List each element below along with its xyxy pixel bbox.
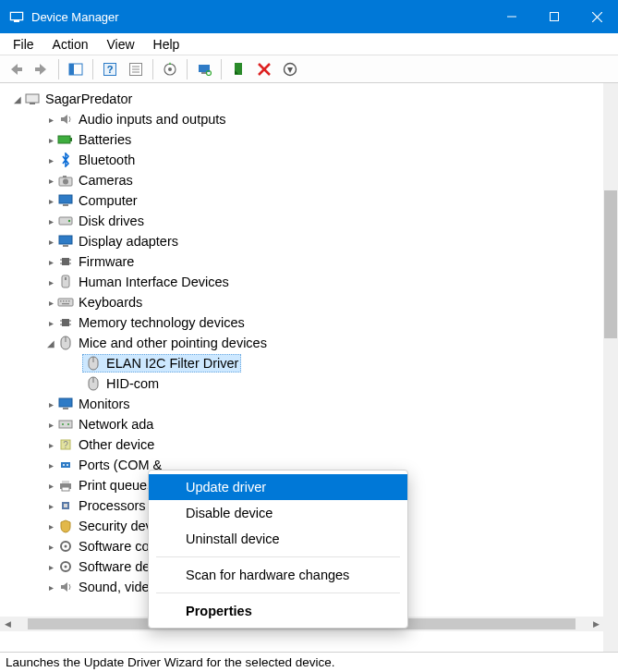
monitor-icon [57, 396, 74, 412]
chevron-right-icon[interactable]: ▸ [44, 420, 57, 430]
tree-item-audio-inputs-and-outputs[interactable]: ▸Audio inputs and outputs [6, 109, 618, 129]
tree-item-computer[interactable]: ▸Computer [6, 190, 618, 211]
svg-rect-8 [35, 67, 40, 71]
tree-item-display-adapters[interactable]: ▸Display adapters [6, 231, 618, 251]
chevron-right-icon[interactable]: ▸ [44, 155, 57, 165]
svg-rect-4 [551, 13, 559, 21]
tree-item-elan-i2c-filter-driver[interactable]: ELAN I2C Filter Driver [6, 353, 618, 373]
disable-device-button[interactable] [252, 57, 276, 81]
tree-item-label: Monitors [79, 397, 130, 411]
maximize-button[interactable] [533, 0, 576, 33]
ctx-uninstall-device[interactable]: Uninstall device [149, 526, 407, 552]
ctx-scan-hardware[interactable]: Scan for hardware changes [149, 562, 407, 588]
chevron-right-icon[interactable]: ▸ [44, 237, 57, 247]
chevron-right-icon[interactable]: ▸ [44, 298, 57, 308]
menu-help[interactable]: Help [144, 35, 189, 54]
menu-view[interactable]: View [97, 35, 143, 54]
shield-icon [57, 518, 74, 534]
tree-item-label: Disk drives [79, 214, 144, 228]
tree-item-label: Memory technology devices [79, 315, 245, 330]
tree-item-keyboards[interactable]: ▸Keyboards [6, 292, 618, 312]
enable-device-button[interactable] [226, 57, 250, 81]
svg-rect-63 [59, 398, 72, 407]
chevron-right-icon[interactable]: ▸ [44, 115, 57, 125]
chevron-right-icon[interactable]: ▸ [44, 257, 57, 267]
tree-item-disk-drives[interactable]: ▸Disk drives [6, 211, 618, 231]
close-button[interactable] [576, 0, 618, 33]
chevron-right-icon[interactable]: ▸ [44, 399, 57, 409]
svg-point-71 [63, 464, 65, 466]
toolbar-separator [152, 59, 153, 79]
status-text: Launches the Update Driver Wizard for th… [6, 655, 334, 669]
tree-item-hid-com[interactable]: HID-com [6, 373, 618, 394]
chevron-right-icon[interactable]: ▸ [44, 216, 57, 226]
svg-rect-38 [63, 245, 68, 247]
back-button[interactable] [4, 57, 28, 81]
monitor-icon [57, 192, 74, 209]
tree-item-memory-technology-devices[interactable]: ▸Memory technology devices [6, 312, 618, 333]
tree-item-network-ada[interactable]: ▸Network ada [6, 414, 618, 434]
tree-item-batteries[interactable]: ▸Batteries [6, 129, 618, 150]
ctx-properties[interactable]: Properties [149, 598, 407, 624]
tree-item-label: ELAN I2C Filter Driver [106, 356, 238, 371]
tree-root[interactable]: ◢SagarPredator [6, 89, 618, 109]
chevron-down-icon[interactable]: ◢ [11, 94, 24, 104]
properties-button[interactable] [124, 57, 148, 81]
tree-item-monitors[interactable]: ▸Monitors [6, 394, 618, 414]
chevron-right-icon[interactable]: ▸ [44, 176, 57, 186]
chevron-down-icon[interactable]: ◢ [44, 338, 57, 348]
chevron-right-icon[interactable]: ▸ [44, 277, 57, 287]
scan-hardware-button[interactable] [192, 57, 216, 81]
minimize-button[interactable] [491, 0, 533, 33]
battery-icon [57, 131, 74, 148]
svg-rect-45 [65, 277, 67, 280]
scroll-left-icon[interactable]: ◀ [0, 617, 15, 631]
svg-rect-65 [59, 421, 72, 428]
ctx-divider [156, 556, 400, 557]
camera-icon [57, 172, 74, 189]
menu-file[interactable]: File [4, 35, 43, 54]
svg-rect-1 [11, 13, 22, 19]
tree-item-firmware[interactable]: ▸Firmware [6, 251, 618, 272]
svg-rect-46 [58, 299, 73, 306]
chevron-right-icon[interactable]: ▸ [44, 521, 57, 531]
svg-rect-52 [62, 319, 69, 326]
tree-item-label: Network ada [79, 417, 153, 432]
show-hide-console-button[interactable] [64, 57, 88, 81]
tree-item-bluetooth[interactable]: ▸Bluetooth [6, 150, 618, 170]
tree-item-label: Computer [79, 193, 138, 208]
chevron-right-icon[interactable]: ▸ [44, 542, 57, 552]
svg-rect-48 [63, 300, 65, 302]
chevron-right-icon[interactable]: ▸ [44, 562, 57, 572]
mouse-icon [57, 335, 74, 351]
tree-item-human-interface-devices[interactable]: ▸Human Interface Devices [6, 272, 618, 292]
uninstall-device-button[interactable] [278, 57, 302, 81]
update-driver-button[interactable] [158, 57, 182, 81]
menu-action[interactable]: Action [43, 35, 98, 54]
svg-rect-37 [59, 236, 72, 244]
svg-rect-49 [66, 300, 67, 302]
svg-rect-7 [18, 67, 22, 71]
svg-rect-27 [30, 103, 35, 104]
tree-item-cameras[interactable]: ▸Cameras [6, 170, 618, 190]
tree-item-mice-and-other-pointing-devices[interactable]: ◢Mice and other pointing devices [6, 333, 618, 353]
statusbar: Launches the Update Driver Wizard for th… [0, 652, 618, 672]
svg-rect-64 [63, 408, 68, 409]
chevron-right-icon[interactable]: ▸ [44, 440, 57, 450]
chevron-right-icon[interactable]: ▸ [44, 318, 57, 328]
chevron-right-icon[interactable]: ▸ [44, 135, 57, 145]
chevron-right-icon[interactable]: ▸ [44, 196, 57, 206]
chevron-right-icon[interactable]: ▸ [44, 460, 57, 470]
scroll-right-icon[interactable]: ▶ [588, 617, 603, 631]
svg-rect-50 [68, 300, 70, 302]
chevron-right-icon[interactable]: ▸ [44, 582, 57, 593]
tree-item-other-device[interactable]: ▸?Other device [6, 434, 618, 455]
chevron-right-icon[interactable]: ▸ [44, 481, 57, 491]
ctx-update-driver[interactable]: Update driver [149, 474, 407, 500]
chevron-right-icon[interactable]: ▸ [44, 501, 57, 511]
ctx-disable-device[interactable]: Disable device [149, 500, 407, 526]
help-button[interactable]: ? [98, 57, 122, 81]
tree-item-label: Other device [79, 437, 154, 452]
forward-button[interactable] [30, 57, 54, 81]
svg-text:?: ? [107, 64, 114, 75]
